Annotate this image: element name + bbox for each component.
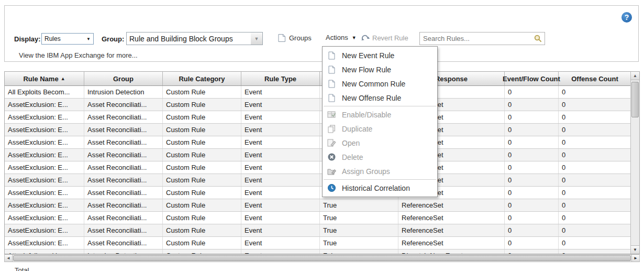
- chevron-down-icon: ▼: [254, 36, 259, 41]
- cell-group: Intrusion Detection: [84, 250, 163, 254]
- search-box: [419, 32, 545, 45]
- horizontal-scroll-thumb[interactable]: [13, 255, 631, 261]
- cell-rule-name: AssetExclusion: E...: [5, 212, 84, 224]
- groups-button[interactable]: Groups: [277, 34, 312, 42]
- scroll-down-icon[interactable]: ▼: [631, 245, 639, 254]
- display-select[interactable]: Rules ▼: [41, 33, 94, 45]
- cell-rule-category: Custom Rule: [163, 174, 241, 186]
- help-icon[interactable]: ?: [621, 12, 632, 23]
- group-dropdown-button[interactable]: ▼: [251, 32, 263, 45]
- table-row[interactable]: AssetExclusion: E...Asset Reconciliati..…: [5, 149, 631, 161]
- menu-divider: [324, 179, 436, 180]
- cell-group: Asset Reconciliati...: [84, 149, 163, 161]
- cell-group: Asset Reconciliati...: [84, 237, 163, 249]
- cell-rule-type: Event: [241, 86, 320, 98]
- search-icon[interactable]: [534, 35, 542, 42]
- table-row[interactable]: AssetExclusion: E...Asset Reconciliati..…: [5, 199, 631, 212]
- chevron-down-icon: ▼: [352, 35, 357, 40]
- column-header-offense-count[interactable]: Offense Count: [559, 72, 631, 85]
- cell-rule-type: Event: [241, 199, 320, 211]
- table-row[interactable]: AssetExclusion: E...Asset Reconciliati..…: [5, 224, 631, 237]
- menu-item-delete[interactable]: Delete: [323, 150, 437, 164]
- display-select-value: Rules: [45, 35, 61, 42]
- cell-event-flow-count: 0: [505, 199, 559, 211]
- cell-rule-name: AssetExclusion: E...: [5, 124, 84, 136]
- menu-item-label: New Event Rule: [342, 51, 394, 60]
- toolbar-panel: ? Display: Rules ▼ Group: ▼ Groups Actio…: [4, 5, 639, 62]
- table-row[interactable]: AssetExclusion: E...Asset Reconciliati..…: [5, 124, 631, 136]
- cell-offense-count: 0: [559, 136, 631, 148]
- table-body: All Exploits Becom...Intrusion Detection…: [5, 86, 631, 254]
- cell-group: Asset Reconciliati...: [84, 199, 163, 211]
- new-document-icon: [327, 65, 336, 74]
- menu-item-label: Enable/Disable: [342, 111, 391, 119]
- cell-rule-name: AssetExclusion: E...: [5, 224, 84, 236]
- cell-event-flow-count: 0: [505, 136, 559, 148]
- menu-item-duplicate[interactable]: Duplicate: [323, 122, 437, 136]
- cell-rule-category: Custom Rule: [163, 161, 241, 174]
- cell-response: ReferenceSet: [398, 199, 505, 211]
- search-input[interactable]: [420, 35, 534, 42]
- column-header-group[interactable]: Group: [84, 72, 163, 85]
- app-exchange-link[interactable]: View the IBM App Exchange for more...: [19, 51, 138, 59]
- chevron-down-icon: ▼: [84, 37, 93, 41]
- cell-response: ReferenceSet: [398, 212, 505, 224]
- menu-item-label: Open: [342, 139, 360, 147]
- cell-rule-name: AssetExclusion: E...: [5, 187, 84, 199]
- cell-enabled: True: [320, 224, 398, 236]
- table-row[interactable]: AssetExclusion: E...Asset Reconciliati..…: [5, 174, 631, 187]
- cell-event-flow-count: 0: [505, 86, 559, 98]
- menu-item-assign-groups[interactable]: Assign Groups: [323, 164, 437, 178]
- group-input[interactable]: [126, 32, 251, 45]
- display-label: Display:: [14, 35, 41, 43]
- revert-rule-button[interactable]: Revert Rule: [361, 34, 408, 42]
- cell-rule-category: Custom Rule: [163, 99, 241, 111]
- table-row[interactable]: Attack followed by...Intrusion Detection…: [5, 250, 631, 254]
- table-row[interactable]: AssetExclusion: E...Asset Reconciliati..…: [5, 237, 631, 250]
- menu-item-open[interactable]: Open: [323, 136, 437, 150]
- cell-event-flow-count: 0: [505, 187, 559, 199]
- column-header-rule-category[interactable]: Rule Category: [163, 72, 241, 85]
- vertical-scrollbar[interactable]: ▲ ▼: [630, 72, 639, 254]
- cell-event-flow-count: 0: [505, 99, 559, 111]
- cell-offense-count: 0: [559, 199, 631, 211]
- vertical-scroll-thumb[interactable]: [631, 82, 639, 117]
- scroll-right-icon[interactable]: ►: [631, 255, 639, 262]
- menu-item-new-event-rule[interactable]: New Event Rule: [323, 48, 437, 62]
- table-row[interactable]: AssetExclusion: E...Asset Reconciliati..…: [5, 111, 631, 124]
- horizontal-scrollbar[interactable]: ◄ ►: [4, 254, 640, 262]
- scroll-left-icon[interactable]: ◄: [5, 255, 13, 262]
- cell-rule-name: AssetExclusion: E...: [5, 136, 84, 148]
- menu-item-new-common-rule[interactable]: New Common Rule: [323, 77, 437, 91]
- cell-group: Asset Reconciliati...: [84, 99, 163, 111]
- scroll-up-icon[interactable]: ▲: [631, 72, 639, 80]
- cell-event-flow-count: 0: [505, 224, 559, 236]
- table-row[interactable]: AssetExclusion: E...Asset Reconciliati..…: [5, 212, 631, 224]
- table-row[interactable]: AssetExclusion: E...Asset Reconciliati..…: [5, 99, 631, 111]
- menu-item-label: Delete: [342, 153, 363, 161]
- cell-group: Asset Reconciliati...: [84, 212, 163, 224]
- table-row[interactable]: AssetExclusion: E...Asset Reconciliati..…: [5, 136, 631, 149]
- group-label: Group:: [102, 35, 124, 43]
- menu-item-new-flow-rule[interactable]: New Flow Rule: [323, 62, 437, 77]
- table-row[interactable]: AssetExclusion: E...Asset Reconciliati..…: [5, 187, 631, 199]
- cell-response: Dispatch New Event: [398, 250, 505, 254]
- column-header-rule-type[interactable]: Rule Type: [241, 72, 320, 85]
- cell-enabled: True: [320, 199, 398, 211]
- menu-item-historical-correlation[interactable]: Historical Correlation: [323, 181, 437, 195]
- cell-rule-type: Event: [241, 124, 320, 136]
- column-header-label: Rule Type: [264, 75, 296, 83]
- cell-offense-count: 0: [559, 187, 631, 199]
- menu-item-enable-disable[interactable]: Enable/Disable: [323, 107, 437, 122]
- new-document-icon: [327, 93, 336, 102]
- cell-rule-name: AssetExclusion: E...: [5, 99, 84, 111]
- actions-button[interactable]: Actions ▼: [326, 34, 357, 41]
- table-row[interactable]: All Exploits Becom...Intrusion Detection…: [5, 86, 631, 99]
- column-header-rule-name[interactable]: Rule Name▲: [5, 72, 84, 85]
- sort-ascending-icon: ▲: [61, 76, 65, 81]
- column-header-label: Rule Name: [23, 75, 58, 83]
- column-header-event-flow-count[interactable]: Event/Flow Count: [505, 72, 559, 85]
- menu-item-new-offense-rule[interactable]: New Offense Rule: [323, 91, 437, 105]
- table-row[interactable]: AssetExclusion: E...Asset Reconciliati..…: [5, 161, 631, 174]
- cell-event-flow-count: 0: [505, 149, 559, 161]
